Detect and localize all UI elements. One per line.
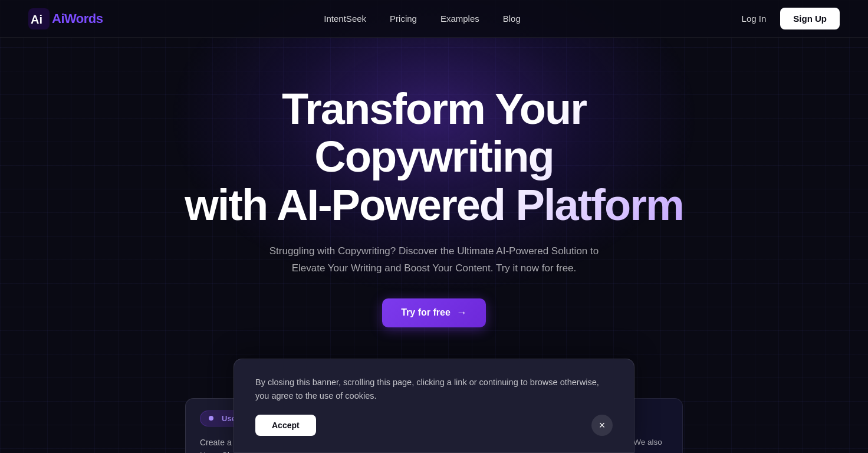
nav-item-pricing[interactable]: Pricing bbox=[390, 14, 417, 24]
login-link[interactable]: Log In bbox=[742, 14, 767, 24]
cookie-close-button[interactable]: × bbox=[591, 415, 613, 436]
badge-dot bbox=[209, 416, 213, 421]
hero-section: Transform Your Copywriting with AI-Power… bbox=[0, 38, 868, 351]
cookie-text: By closing this banner, scrolling this p… bbox=[255, 376, 613, 403]
logo-icon: Ai bbox=[28, 8, 50, 29]
cookie-banner: By closing this banner, scrolling this p… bbox=[234, 359, 634, 453]
logo[interactable]: Ai AiWords bbox=[28, 8, 103, 29]
hero-subtitle: Struggling with Copywriting? Discover th… bbox=[269, 243, 599, 277]
nav-item-intentseek[interactable]: IntentSeek bbox=[324, 14, 366, 24]
cta-label: Try for free bbox=[401, 307, 451, 318]
svg-text:Ai: Ai bbox=[31, 13, 42, 26]
nav-item-blog[interactable]: Blog bbox=[503, 14, 521, 24]
nav-item-examples[interactable]: Examples bbox=[440, 14, 479, 24]
hero-title: Transform Your Copywriting with AI-Power… bbox=[169, 85, 699, 229]
nav-actions: Log In Sign Up bbox=[742, 8, 840, 29]
cta-arrow-icon: → bbox=[456, 307, 467, 319]
try-free-button[interactable]: Try for free → bbox=[382, 298, 486, 327]
navbar: Ai AiWords IntentSeek Pricing Examples B… bbox=[0, 0, 868, 38]
signup-button[interactable]: Sign Up bbox=[780, 8, 840, 29]
logo-text: AiWords bbox=[52, 11, 103, 27]
nav-links: IntentSeek Pricing Examples Blog bbox=[324, 14, 520, 24]
cookie-accept-button[interactable]: Accept bbox=[255, 415, 316, 436]
cookie-actions: Accept × bbox=[255, 415, 613, 436]
